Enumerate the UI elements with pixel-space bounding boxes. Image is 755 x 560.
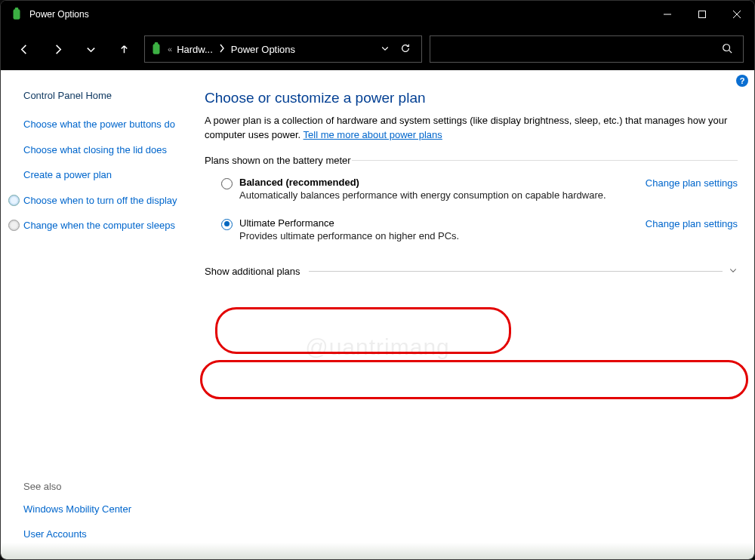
change-plan-settings-link[interactable]: Change plan settings	[646, 177, 738, 189]
svg-rect-6	[153, 44, 160, 54]
control-panel-home-link[interactable]: Control Panel Home	[23, 90, 179, 101]
page-description: A power plan is a collection of hardware…	[205, 114, 733, 143]
forward-button[interactable]	[45, 36, 70, 62]
minimize-button[interactable]	[650, 1, 685, 28]
plan-ultimate-performance[interactable]: Ultimate Performance Provides ultimate p…	[205, 213, 738, 246]
plan-balanced[interactable]: Balanced (recommended) Automatically bal…	[205, 172, 738, 205]
navbar: « Hardw... Power Options	[1, 28, 754, 70]
divider	[309, 271, 723, 272]
search-icon	[722, 43, 732, 56]
sidebar-link-sleep[interactable]: Change when the computer sleeps	[23, 219, 179, 232]
address-dropdown-icon[interactable]	[381, 44, 390, 55]
svg-rect-1	[15, 8, 19, 10]
battery-icon	[10, 8, 23, 21]
svg-point-8	[723, 44, 730, 51]
plan-name: Ultimate Performance	[239, 217, 646, 229]
plans-group-label: Plans shown on the battery meter	[205, 155, 738, 166]
show-additional-plans-toggle[interactable]: Show additional plans	[205, 266, 738, 277]
refresh-button[interactable]	[400, 43, 411, 56]
titlebar: Power Options	[1, 1, 754, 28]
recent-dropdown-button[interactable]	[78, 36, 103, 62]
breadcrumb-power-options[interactable]: Power Options	[231, 44, 295, 55]
back-button[interactable]	[11, 36, 37, 62]
page-title: Choose or customize a power plan	[205, 90, 738, 106]
content-area: ? Control Panel Home Choose what the pow…	[1, 70, 754, 559]
up-button[interactable]	[111, 36, 137, 62]
sidebar-link-label: Change when the computer sleeps	[23, 220, 175, 231]
svg-rect-0	[14, 9, 20, 20]
sidebar-link-mobility-center[interactable]: Windows Mobility Center	[23, 503, 179, 516]
breadcrumb-hardware[interactable]: Hardw...	[177, 44, 213, 55]
see-also-header: See also	[23, 481, 179, 492]
breadcrumb-ellipsis[interactable]: «	[168, 45, 172, 54]
sidebar-link-label: Choose when to turn off the display	[23, 195, 177, 206]
additional-plans-label: Show additional plans	[205, 266, 300, 277]
sidebar-link-user-accounts[interactable]: User Accounts	[23, 528, 179, 541]
battery-icon	[149, 42, 163, 56]
sidebar: Control Panel Home Choose what the power…	[1, 70, 188, 559]
plan-description: Automatically balances performance with …	[239, 189, 646, 201]
plan-description: Provides ultimate performance on higher …	[239, 230, 646, 242]
tell-me-more-link[interactable]: Tell me more about power plans	[304, 129, 442, 140]
close-button[interactable]	[720, 1, 754, 28]
maximize-button[interactable]	[685, 1, 720, 28]
window-title: Power Options	[29, 9, 89, 20]
search-box[interactable]	[430, 35, 744, 63]
svg-line-9	[729, 50, 732, 53]
svg-rect-3	[699, 11, 706, 18]
chevron-down-icon	[729, 266, 738, 277]
sidebar-link-power-buttons[interactable]: Choose what the power buttons do	[23, 118, 179, 131]
address-bar[interactable]: « Hardw... Power Options	[144, 35, 422, 63]
sidebar-link-closing-lid[interactable]: Choose what closing the lid does	[23, 143, 179, 157]
main-panel: Choose or customize a power plan A power…	[188, 70, 754, 559]
moon-icon	[8, 220, 20, 231]
sidebar-link-create-plan[interactable]: Create a power plan	[23, 168, 179, 182]
chevron-right-icon	[217, 44, 226, 55]
radio-selected-icon[interactable]	[221, 219, 233, 230]
svg-rect-7	[155, 42, 159, 45]
page-description-text: A power plan is a collection of hardware…	[205, 115, 727, 140]
sidebar-link-turn-off-display[interactable]: Choose when to turn off the display	[23, 194, 179, 208]
change-plan-settings-link[interactable]: Change plan settings	[646, 217, 738, 229]
plan-name: Balanced (recommended)	[239, 177, 646, 188]
radio-unselected-icon[interactable]	[221, 178, 233, 189]
display-icon	[8, 195, 20, 206]
